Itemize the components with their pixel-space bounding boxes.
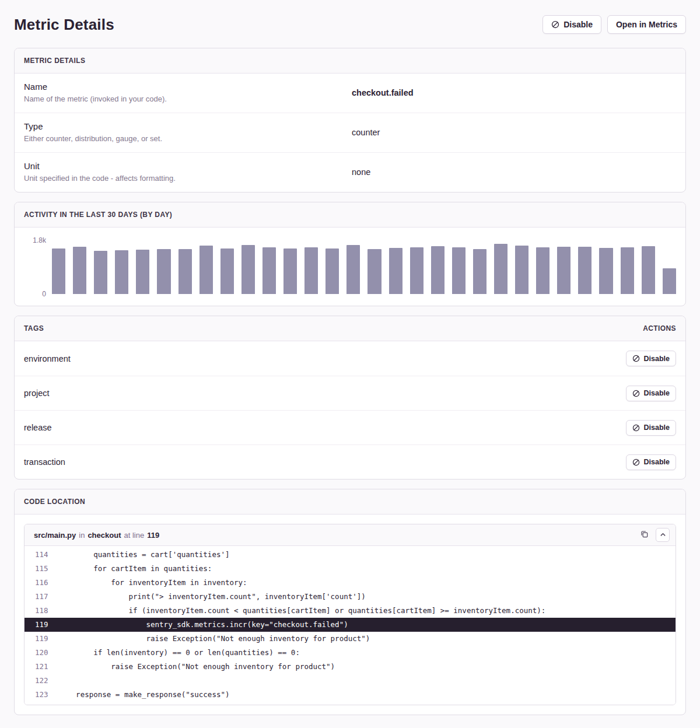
disable-button[interactable]: Disable bbox=[542, 15, 601, 34]
tag-name-label: project bbox=[24, 388, 50, 398]
ban-icon bbox=[632, 355, 640, 362]
ban-icon bbox=[632, 390, 640, 397]
tag-disable-button-label: Disable bbox=[644, 424, 670, 432]
code-line: 120 if len(inventory) == 0 or len(quanti… bbox=[24, 646, 676, 660]
code-file-path: src/main.py bbox=[34, 531, 76, 540]
tag-disable-button[interactable]: Disable bbox=[626, 351, 676, 366]
code-line-text: for inventoryItem in inventory: bbox=[58, 576, 247, 590]
tags-rows: environmentDisableprojectDisablereleaseD… bbox=[15, 341, 685, 479]
chart-bar bbox=[431, 246, 444, 294]
tag-row: releaseDisable bbox=[15, 410, 685, 444]
code-line-gutter-number: 120 bbox=[24, 646, 58, 660]
detail-left: UnitUnit specified in the code - affects… bbox=[24, 161, 350, 183]
chart-bar bbox=[52, 249, 65, 294]
code-line-text: response = make_response("success") bbox=[58, 688, 230, 702]
chart-bar bbox=[304, 247, 318, 294]
chart-bar bbox=[642, 246, 655, 294]
code-frame-header: src/main.py in checkout at line 119 bbox=[24, 524, 676, 546]
code-line: 118 if (inventoryItem.count < quantities… bbox=[24, 604, 676, 618]
chart-bar bbox=[410, 247, 424, 294]
detail-description: Unit specified in the code - affects for… bbox=[24, 174, 350, 183]
tag-name-label: transaction bbox=[24, 457, 65, 467]
code-frame: src/main.py in checkout at line 119 bbox=[24, 524, 676, 705]
tag-disable-button[interactable]: Disable bbox=[626, 386, 676, 401]
code-location-panel-header: CODE LOCATION bbox=[15, 489, 685, 514]
tag-name-label: environment bbox=[24, 354, 71, 363]
code-line-text: quantities = cart['quantities'] bbox=[58, 548, 230, 562]
tag-disable-button-label: Disable bbox=[644, 458, 670, 466]
chart-bar bbox=[157, 249, 170, 294]
metric-details-page: Metric Details Disable Open in Metrics M… bbox=[0, 0, 700, 728]
detail-label: Type bbox=[24, 121, 350, 131]
chart-bar bbox=[94, 251, 107, 294]
open-in-metrics-button[interactable]: Open in Metrics bbox=[607, 15, 686, 34]
code-line: 119 sentry_sdk.metrics.incr(key="checkou… bbox=[24, 618, 676, 632]
code-location-body: src/main.py in checkout at line 119 bbox=[15, 514, 685, 715]
detail-row: UnitUnit specified in the code - affects… bbox=[15, 152, 685, 192]
code-line-gutter-number: 122 bbox=[24, 674, 58, 688]
tag-row: environmentDisable bbox=[15, 341, 685, 376]
chart-bar bbox=[262, 247, 276, 294]
code-line: 121 raise Exception("Not enough inventor… bbox=[24, 660, 676, 674]
code-line: 114 quantities = cart['quantities'] bbox=[24, 548, 676, 562]
code-line-gutter-number: 119 bbox=[24, 618, 58, 632]
code-line-text: raise Exception("Not enough inventory fo… bbox=[58, 660, 335, 674]
ban-icon bbox=[632, 459, 640, 466]
code-line-text: raise Exception("Not enough inventory fo… bbox=[58, 632, 370, 646]
header-actions: Disable Open in Metrics bbox=[542, 15, 686, 34]
detail-left: NameName of the metric (invoked in your … bbox=[24, 82, 350, 103]
y-axis-max-label: 1.8k bbox=[33, 236, 46, 244]
detail-value: checkout.failed bbox=[350, 88, 676, 97]
ban-icon bbox=[632, 424, 640, 432]
detail-value: none bbox=[350, 167, 676, 177]
copy-button[interactable] bbox=[638, 527, 651, 542]
code-in-word: in bbox=[79, 531, 85, 540]
chart-bar bbox=[389, 248, 402, 294]
detail-label: Name bbox=[24, 82, 350, 92]
code-line-gutter-number: 121 bbox=[24, 660, 58, 674]
activity-chart: 1.8k 0 bbox=[15, 228, 685, 306]
chart-bar bbox=[663, 268, 676, 294]
tags-actions-column-label: ACTIONS bbox=[643, 324, 676, 332]
chart-bars bbox=[52, 240, 676, 294]
chart-bar bbox=[326, 249, 339, 294]
code-line-gutter-number: 123 bbox=[24, 688, 58, 702]
bar-chart: 1.8k 0 bbox=[24, 240, 676, 294]
detail-description: Either counter, distribution, gauge, or … bbox=[24, 134, 350, 143]
code-line-gutter-number: 119 bbox=[24, 632, 58, 646]
chart-y-axis: 1.8k 0 bbox=[24, 240, 52, 294]
chart-bar bbox=[452, 247, 466, 294]
code-line: 117 print("> inventoryItem.count", inven… bbox=[24, 590, 676, 604]
detail-value: counter bbox=[350, 128, 676, 137]
code-lines: 114 quantities = cart['quantities']115 f… bbox=[24, 546, 676, 705]
code-line-gutter-number: 115 bbox=[24, 562, 58, 576]
page-header: Metric Details Disable Open in Metrics bbox=[14, 0, 686, 48]
code-line: 116 for inventoryItem in inventory: bbox=[24, 576, 676, 590]
collapse-button[interactable] bbox=[656, 528, 670, 542]
tag-disable-button[interactable]: Disable bbox=[626, 420, 676, 436]
tag-row: projectDisable bbox=[15, 376, 685, 410]
disable-button-label: Disable bbox=[564, 20, 593, 29]
metric-details-panel-header: METRIC DETAILS bbox=[15, 48, 685, 74]
code-line-text: print("> inventoryItem.count", inventory… bbox=[58, 590, 366, 604]
code-location-panel: CODE LOCATION src/main.py in checkout at… bbox=[14, 489, 686, 715]
metric-details-panel: METRIC DETAILS NameName of the metric (i… bbox=[14, 48, 686, 192]
detail-label: Unit bbox=[24, 161, 350, 171]
open-in-metrics-label: Open in Metrics bbox=[616, 20, 677, 29]
tag-disable-button-label: Disable bbox=[644, 355, 670, 363]
chart-bar bbox=[536, 247, 550, 294]
code-line-gutter-number: 118 bbox=[24, 604, 58, 618]
chart-bar bbox=[115, 250, 128, 294]
activity-panel-title: ACTIVITY IN THE LAST 30 DAYS (BY DAY) bbox=[24, 211, 172, 219]
chart-bar bbox=[515, 246, 528, 294]
code-line-text: if len(inventory) == 0 or len(quantities… bbox=[58, 646, 300, 660]
code-line-text: for cartItem in quantities: bbox=[58, 562, 212, 576]
code-line-text: if (inventoryItem.count < quantities[car… bbox=[58, 604, 545, 618]
code-line-gutter-number: 116 bbox=[24, 576, 58, 590]
chart-bar bbox=[368, 249, 381, 294]
chart-bar bbox=[200, 246, 213, 294]
chart-bar bbox=[136, 250, 149, 294]
chart-bar bbox=[220, 249, 234, 294]
tag-disable-button[interactable]: Disable bbox=[626, 454, 676, 470]
activity-panel-header: ACTIVITY IN THE LAST 30 DAYS (BY DAY) bbox=[15, 202, 685, 228]
